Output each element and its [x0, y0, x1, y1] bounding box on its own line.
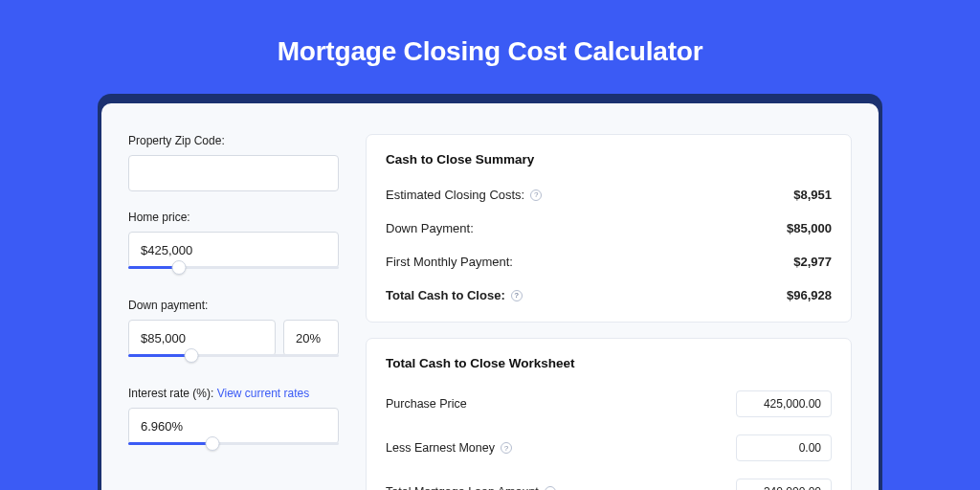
down-payment-field: Down payment: [128, 299, 339, 368]
summary-row-value: $85,000 [787, 221, 832, 235]
interest-rate-input[interactable] [128, 408, 339, 444]
slider-thumb[interactable] [171, 260, 186, 275]
help-icon[interactable]: ? [530, 189, 542, 201]
interest-rate-label: Interest rate (%): View current rates [128, 387, 339, 400]
results-column: Cash to Close Summary Estimated Closing … [366, 134, 852, 490]
summary-row-label: First Monthly Payment: [386, 255, 513, 269]
zip-label: Property Zip Code: [128, 134, 339, 147]
worksheet-row-input[interactable] [736, 434, 832, 461]
worksheet-title: Total Cash to Close Worksheet [386, 356, 832, 370]
summary-row-value: $8,951 [793, 188, 832, 202]
help-icon[interactable]: ? [545, 486, 556, 490]
home-price-input[interactable] [128, 232, 339, 268]
home-price-slider[interactable] [128, 266, 339, 279]
summary-row-label-text: First Monthly Payment: [386, 255, 513, 269]
worksheet-row-input[interactable] [736, 390, 832, 417]
page-title: Mortgage Closing Cost Calculator [0, 0, 980, 94]
summary-row-value: $2,977 [793, 255, 832, 269]
summary-row-label-text: Total Cash to Close: [386, 288, 505, 302]
worksheet-row-label-text: Total Mortgage Loan Amount [386, 485, 539, 490]
worksheet-row: Less Earnest Money? [386, 426, 832, 470]
help-icon[interactable]: ? [501, 442, 512, 454]
summary-row-label-text: Down Payment: [386, 221, 474, 235]
slider-thumb[interactable] [185, 348, 199, 363]
summary-row-label: Total Cash to Close:? [386, 288, 523, 302]
slider-fill [128, 354, 191, 357]
worksheet-row: Purchase Price [386, 382, 832, 426]
inputs-column: Property Zip Code: Home price: Down paym… [128, 134, 339, 490]
summary-title: Cash to Close Summary [386, 152, 832, 167]
summary-row-label: Down Payment: [386, 221, 474, 235]
summary-row-label-text: Estimated Closing Costs: [386, 188, 524, 202]
summary-row: Down Payment:$85,000 [386, 212, 832, 245]
worksheet-row-label-text: Less Earnest Money [386, 441, 495, 455]
worksheet-row-label-text: Purchase Price [386, 397, 467, 411]
view-rates-link[interactable]: View current rates [217, 387, 310, 400]
worksheet-panel: Total Cash to Close Worksheet Purchase P… [366, 338, 852, 490]
interest-rate-field: Interest rate (%): View current rates [128, 387, 339, 456]
down-payment-slider[interactable] [128, 354, 339, 368]
down-payment-pct-input[interactable] [283, 320, 339, 356]
worksheet-row-input[interactable] [736, 479, 832, 490]
summary-row: Estimated Closing Costs:?$8,951 [386, 178, 832, 212]
summary-row: First Monthly Payment:$2,977 [386, 245, 832, 278]
worksheet-rows: Purchase PriceLess Earnest Money?Total M… [386, 382, 832, 490]
down-payment-input[interactable] [128, 320, 276, 356]
worksheet-row: Total Mortgage Loan Amount? [386, 470, 832, 490]
home-price-field: Home price: [128, 211, 339, 279]
calculator-card-shadow: Property Zip Code: Home price: Down paym… [98, 94, 882, 490]
summary-row-value: $96,928 [787, 288, 832, 302]
down-payment-label: Down payment: [128, 299, 339, 312]
interest-rate-slider[interactable] [128, 442, 339, 456]
zip-field: Property Zip Code: [128, 134, 339, 191]
worksheet-row-label: Purchase Price [386, 397, 467, 411]
summary-panel: Cash to Close Summary Estimated Closing … [366, 134, 852, 323]
summary-row-label: Estimated Closing Costs:? [386, 188, 542, 202]
slider-fill [128, 442, 212, 445]
summary-rows: Estimated Closing Costs:?$8,951Down Paym… [386, 178, 832, 312]
zip-input[interactable] [128, 155, 339, 191]
worksheet-row-label: Less Earnest Money? [386, 441, 512, 455]
help-icon[interactable]: ? [511, 290, 523, 301]
slider-thumb[interactable] [206, 436, 220, 451]
summary-row: Total Cash to Close:?$96,928 [386, 278, 832, 312]
worksheet-row-label: Total Mortgage Loan Amount? [386, 485, 556, 490]
home-price-label: Home price: [128, 211, 339, 224]
interest-rate-label-text: Interest rate (%): [128, 387, 217, 400]
calculator-card: Property Zip Code: Home price: Down paym… [101, 103, 879, 490]
